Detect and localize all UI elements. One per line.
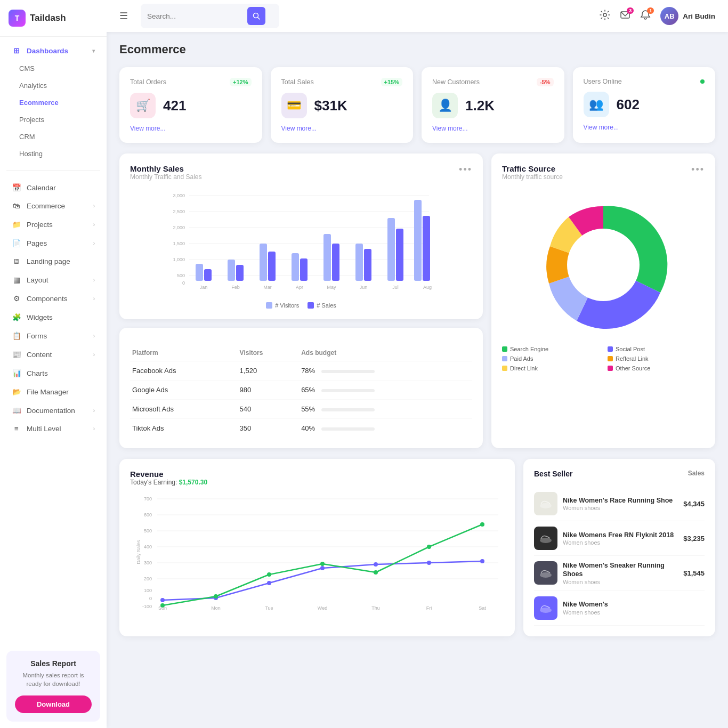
sidebar-item-ecommerce[interactable]: Ecommerce bbox=[3, 94, 103, 111]
sidebar-item-projects2[interactable]: 📁 Projects › bbox=[3, 215, 103, 233]
pages-icon: 📄 bbox=[12, 239, 21, 247]
sidebar-item-crm[interactable]: CRM bbox=[3, 128, 103, 145]
charts-icon: 📊 bbox=[12, 369, 21, 377]
sidebar-item-analytics[interactable]: Analytics bbox=[3, 77, 103, 94]
sales-label: Total Sales bbox=[281, 78, 314, 86]
table-row: Tiktok Ads 350 40% bbox=[130, 419, 472, 438]
sidebar-item-cms[interactable]: CMS bbox=[3, 60, 103, 77]
traffic-more-button[interactable]: ••• bbox=[691, 164, 705, 175]
svg-text:Sun: Sun bbox=[158, 605, 167, 611]
svg-text:Mar: Mar bbox=[263, 285, 272, 290]
sidebar-item-forms[interactable]: 📋 Forms › bbox=[3, 327, 103, 345]
sidebar-item-landing[interactable]: 🖥 Landing page bbox=[3, 253, 103, 270]
platform-budget: 78% bbox=[299, 361, 472, 381]
sidebar-item-pages[interactable]: 📄 Pages › bbox=[3, 234, 103, 252]
stat-card-customers: New Customers -5% 👤 1.2K View more... bbox=[422, 67, 564, 143]
table-row: Google Ads 980 65% bbox=[130, 381, 472, 400]
progress-bar bbox=[321, 427, 375, 431]
shoe-icon bbox=[538, 601, 553, 616]
online-view-more[interactable]: View more... bbox=[584, 124, 705, 131]
left-col: Monthly Sales Monthly Traffic and Sales … bbox=[119, 153, 483, 448]
table-row: Microsoft Ads 540 55% bbox=[130, 400, 472, 419]
sidebar-item-dashboards[interactable]: ⊞ Dashboards ▾ bbox=[3, 42, 103, 60]
product-name: Nike Women's Race Running Shoe bbox=[563, 496, 678, 505]
svg-rect-18 bbox=[204, 269, 212, 281]
app-name: Taildash bbox=[30, 13, 66, 23]
download-button[interactable]: Download bbox=[15, 695, 92, 713]
hamburger-icon[interactable]: ☰ bbox=[119, 10, 128, 22]
sidebar-item-layout[interactable]: ▦ Layout › bbox=[3, 271, 103, 289]
monthly-sales-more-button[interactable]: ••• bbox=[459, 164, 472, 175]
search-input[interactable] bbox=[147, 12, 243, 20]
product-thumb bbox=[534, 596, 557, 620]
svg-point-79 bbox=[540, 503, 552, 508]
platform-visitors: 350 bbox=[238, 419, 300, 438]
platform-visitors: 540 bbox=[238, 400, 300, 419]
sidebar-item-ecommerce2[interactable]: 🛍 Ecommerce › bbox=[3, 197, 103, 215]
sales-report-title: Sales Report bbox=[15, 659, 92, 668]
product-price: $4,345 bbox=[683, 500, 705, 508]
gear-icon bbox=[600, 10, 610, 20]
online-dot bbox=[700, 79, 705, 84]
chevron-right-icon3: › bbox=[93, 240, 95, 246]
svg-rect-32 bbox=[423, 216, 430, 281]
sidebar-item-file-manager[interactable]: 📂 File Manager bbox=[3, 383, 103, 401]
legend-direct-label: Direct Link bbox=[510, 365, 538, 371]
projects-label: Projects bbox=[19, 116, 44, 124]
sidebar-item-documentation[interactable]: 📖 Documentation › bbox=[3, 401, 103, 419]
stat-card-sales-body: 💳 $31K bbox=[281, 93, 403, 118]
svg-line-1 bbox=[258, 18, 260, 20]
sales-view-more[interactable]: View more... bbox=[281, 125, 403, 132]
settings-button[interactable] bbox=[600, 10, 610, 23]
mail-button[interactable]: 3 bbox=[620, 10, 630, 23]
legend-paid-ads-label: Paid Ads bbox=[510, 355, 533, 362]
platform-budget: 55% bbox=[299, 400, 472, 419]
svg-point-82 bbox=[540, 608, 552, 613]
legend-social-post-label: Social Post bbox=[616, 346, 645, 352]
user-avatar[interactable]: AB Ari Budin bbox=[660, 7, 715, 25]
legend-sales-label: # Sales bbox=[317, 302, 336, 309]
notification-button[interactable]: 1 bbox=[640, 10, 651, 23]
svg-text:Daily Sales: Daily Sales bbox=[136, 540, 141, 564]
sidebar-item-projects[interactable]: Projects bbox=[3, 111, 103, 128]
revenue-subtitle-prefix: Today's Earning: bbox=[130, 479, 177, 486]
cms-label: CMS bbox=[19, 64, 35, 72]
sidebar-item-content[interactable]: 📰 Content › bbox=[3, 345, 103, 363]
sidebar-item-charts[interactable]: 📊 Charts bbox=[3, 364, 103, 382]
customers-view-more[interactable]: View more... bbox=[432, 125, 554, 132]
sidebar-item-widgets[interactable]: 🧩 Widgets bbox=[3, 308, 103, 326]
svg-point-60 bbox=[267, 581, 271, 585]
orders-view-more[interactable]: View more... bbox=[130, 125, 252, 132]
donut-legend: Search Engine Social Post Paid Ads Reffe… bbox=[502, 346, 705, 371]
orders-value: 421 bbox=[163, 98, 186, 114]
charts-label: Charts bbox=[27, 369, 48, 377]
platform-col-header: Platform bbox=[130, 345, 238, 361]
sidebar-item-calendar[interactable]: 📅 Calendar bbox=[3, 179, 103, 197]
file-manager-label: File Manager bbox=[27, 388, 69, 396]
traffic-subtitle: Monthly traffic source bbox=[502, 173, 563, 181]
sidebar-item-components[interactable]: ⚙ Components › bbox=[3, 289, 103, 308]
header-right: 3 1 AB Ari Budin bbox=[600, 7, 715, 25]
search-button[interactable] bbox=[247, 7, 265, 25]
svg-point-68 bbox=[320, 562, 325, 566]
stat-card-online-header: Users Online bbox=[584, 78, 705, 85]
product-info: Nike Women's Women shoes bbox=[563, 600, 699, 615]
legend-other: Other Source bbox=[608, 365, 705, 371]
legend-paid-ads-color bbox=[502, 356, 507, 361]
chevron-right-icon2: › bbox=[93, 222, 95, 228]
sidebar-item-hosting[interactable]: Hosting bbox=[3, 145, 103, 162]
dashboards-label: Dashboards bbox=[27, 47, 68, 55]
product-price: $3,235 bbox=[683, 535, 705, 543]
legend-visitors: # Visitors bbox=[266, 302, 299, 309]
online-icon-wrap: 👥 bbox=[584, 92, 609, 117]
best-seller-header: Best Seller Sales bbox=[534, 470, 705, 478]
legend-visitors-dot bbox=[266, 302, 272, 309]
sidebar-item-multi-level[interactable]: ≡ Multi Level › bbox=[3, 420, 103, 438]
svg-point-63 bbox=[427, 561, 431, 565]
svg-text:700: 700 bbox=[144, 496, 152, 501]
line-chart-svg: 700 600 500 400 300 200 100 0 -100 Daily… bbox=[130, 494, 504, 611]
chevron-down-icon: ▾ bbox=[92, 48, 95, 54]
sales-badge: +15% bbox=[381, 78, 402, 86]
svg-rect-26 bbox=[332, 244, 339, 281]
best-seller-title: Best Seller bbox=[534, 470, 572, 478]
